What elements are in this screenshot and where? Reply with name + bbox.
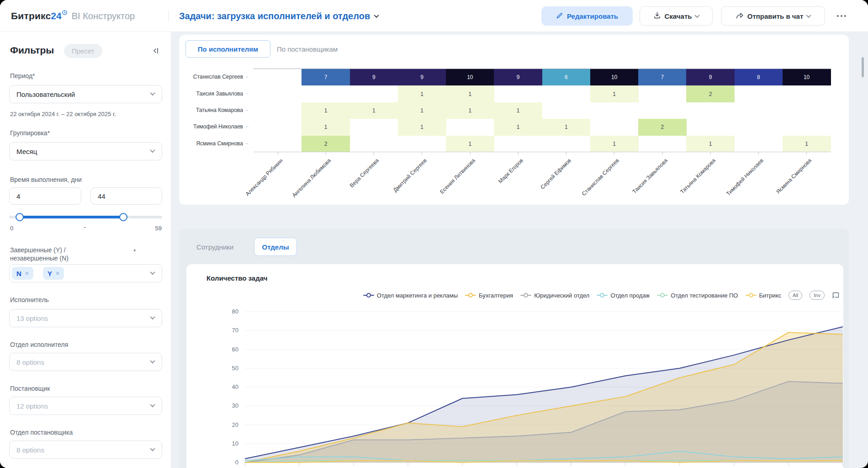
- heatmap-cell[interactable]: 1: [590, 85, 639, 102]
- heatmap-col-tick: [326, 152, 326, 155]
- data-zoom-select-icon[interactable]: [832, 292, 840, 299]
- heatmap-col-tick: [422, 152, 422, 155]
- remove-tag-icon[interactable]: ×: [25, 270, 29, 277]
- heatmap-cell[interactable]: 2: [638, 119, 687, 135]
- heatmap-cell[interactable]: 1: [446, 102, 494, 119]
- heatmap-cell[interactable]: 9: [350, 69, 398, 85]
- heatmap-col-tick: [470, 152, 471, 155]
- legend-marker-icon: [746, 292, 757, 298]
- legend-item[interactable]: Битрикс: [746, 292, 782, 299]
- legend-all-button[interactable]: All: [789, 291, 802, 300]
- y-axis-tick-label: 40: [220, 383, 238, 390]
- legend-item[interactable]: Бухгалтерия: [465, 292, 513, 299]
- assignee-select[interactable]: 13 options: [9, 309, 162, 327]
- more-menu-button[interactable]: [837, 11, 853, 21]
- remove-tag-icon[interactable]: ×: [56, 270, 59, 277]
- filters-title: Фильтры: [10, 45, 54, 56]
- tab-by-assignees[interactable]: По исполнителям: [185, 40, 270, 58]
- page-title: Задачи: загрузка исполнителей и отделов: [179, 11, 370, 21]
- top-bar: Битрикс24 BI Конструктор Задачи: загрузк…: [0, 0, 868, 32]
- tab-departments[interactable]: Отделы: [254, 238, 297, 256]
- heatmap-cell[interactable]: 1: [542, 119, 591, 135]
- heatmap-cell[interactable]: 8: [735, 69, 783, 85]
- edit-button[interactable]: Редактировать: [541, 6, 633, 26]
- duration-to-input[interactable]: 44: [90, 187, 162, 205]
- legend-item[interactable]: Отдел маркетинга и рекламы: [363, 292, 458, 299]
- heatmap-grid: 799109610798101112111111111221111: [254, 69, 831, 152]
- heatmap-cell[interactable]: 1: [446, 85, 494, 102]
- heatmap-col-tick: [614, 152, 614, 155]
- heatmap-cell[interactable]: 2: [686, 85, 735, 102]
- creator-dept-placeholder: 8 options: [16, 446, 44, 454]
- heatmap-cell[interactable]: 10: [590, 69, 639, 85]
- legend-marker-icon: [597, 292, 608, 298]
- legend-item[interactable]: Отдел продаж: [597, 292, 650, 299]
- creator-dept-label: Отдел постановщика: [10, 429, 73, 436]
- completed-label: Завершенные (Y) /незавершенные (N): [10, 246, 115, 262]
- tab-employees[interactable]: Сотрудники: [196, 238, 233, 256]
- heatmap-cell[interactable]: 2: [302, 136, 350, 152]
- heatmap-cell[interactable]: 10: [783, 69, 831, 85]
- chevron-down-icon: [150, 402, 155, 407]
- y-axis-tick-label: 20: [220, 421, 238, 428]
- download-button[interactable]: Скачать: [640, 6, 713, 26]
- heatmap-cell[interactable]: 1: [350, 102, 398, 119]
- area-chart[interactable]: [244, 308, 843, 468]
- sidebar-collapse-icon[interactable]: [150, 45, 162, 57]
- legend-item[interactable]: Отдел тестирование ПО: [657, 292, 738, 299]
- heatmap-cell[interactable]: 1: [398, 119, 446, 135]
- assignee-dept-select[interactable]: 8 options: [9, 353, 162, 371]
- send-button-label: Отправить в чат: [747, 12, 804, 20]
- heatmap-row-tick: [246, 127, 249, 127]
- grouping-label: Группировка*: [10, 129, 50, 137]
- y-axis-tick-label: 50: [220, 365, 238, 372]
- heatmap-cell[interactable]: 1: [590, 136, 639, 152]
- preset-badge[interactable]: Пресет: [64, 44, 102, 58]
- heatmap-col-tick: [710, 152, 711, 155]
- heatmap-x-axis: [254, 152, 831, 152]
- heatmap-cell[interactable]: 7: [638, 69, 687, 85]
- header-divider: [168, 10, 169, 22]
- period-select[interactable]: Пользовательский: [9, 85, 162, 103]
- heatmap-cell[interactable]: 1: [398, 85, 446, 102]
- tag-N[interactable]: N×: [12, 267, 33, 280]
- main-content: По исполнителям По постановщикам Станисл…: [171, 32, 868, 468]
- grouping-select[interactable]: Месяц: [9, 142, 162, 160]
- heatmap-cell[interactable]: 10: [446, 69, 494, 85]
- duration-from-input[interactable]: 4: [9, 187, 81, 205]
- heatmap-column-label: Марк Егоров: [497, 157, 524, 185]
- legend-marker-icon: [363, 292, 374, 298]
- edit-button-label: Редактировать: [567, 12, 618, 20]
- heatmap-cell[interactable]: 6: [542, 69, 591, 85]
- heatmap-cell[interactable]: 1: [302, 119, 350, 135]
- tag-Y[interactable]: Y×: [43, 267, 64, 280]
- heatmap-cell[interactable]: 9: [398, 69, 446, 85]
- heatmap-row-label: Таисия Завьялова: [179, 90, 243, 97]
- legend-item[interactable]: Юридический отдел: [520, 292, 589, 299]
- heatmap-cell[interactable]: 1: [494, 102, 542, 119]
- dashboard-title-dropdown[interactable]: Задачи: загрузка исполнителей и отделов: [179, 0, 378, 32]
- creator-dept-select[interactable]: 8 options: [9, 441, 162, 459]
- heatmap-cell[interactable]: 1: [302, 102, 350, 119]
- heatmap-cell[interactable]: 9: [494, 69, 542, 85]
- heatmap-cell[interactable]: 1: [398, 102, 446, 119]
- heatmap-column-label: Ангелина Любимова: [291, 157, 332, 198]
- heatmap-cell[interactable]: 1: [783, 136, 831, 152]
- legend-inverse-button[interactable]: Inv: [810, 291, 825, 300]
- heatmap-column-label: Сергей Ефимов: [539, 157, 572, 191]
- heatmap-cell[interactable]: 1: [446, 136, 494, 152]
- creator-select[interactable]: 12 options: [9, 397, 162, 415]
- duration-slider-handle-min[interactable]: [16, 213, 24, 221]
- heatmap-cell[interactable]: 1: [494, 119, 542, 135]
- task-count-card: Количество задач Отдел маркетинга и рекл…: [186, 264, 843, 468]
- heatmap-cell[interactable]: 7: [302, 69, 350, 85]
- heatmap-cell[interactable]: 9: [686, 69, 735, 85]
- send-to-chat-button[interactable]: Отправить в чат: [721, 6, 825, 26]
- legend-marker-icon: [465, 292, 476, 298]
- heatmap-row-label: Ясмина Смирнова: [179, 140, 243, 147]
- tab-by-creators[interactable]: По постановщикам: [277, 40, 338, 58]
- chevron-down-icon: [150, 90, 155, 96]
- heatmap-cell[interactable]: 1: [686, 136, 735, 152]
- page-scrollbar-thumb[interactable]: [862, 57, 864, 77]
- duration-slider-handle-max[interactable]: [119, 213, 127, 221]
